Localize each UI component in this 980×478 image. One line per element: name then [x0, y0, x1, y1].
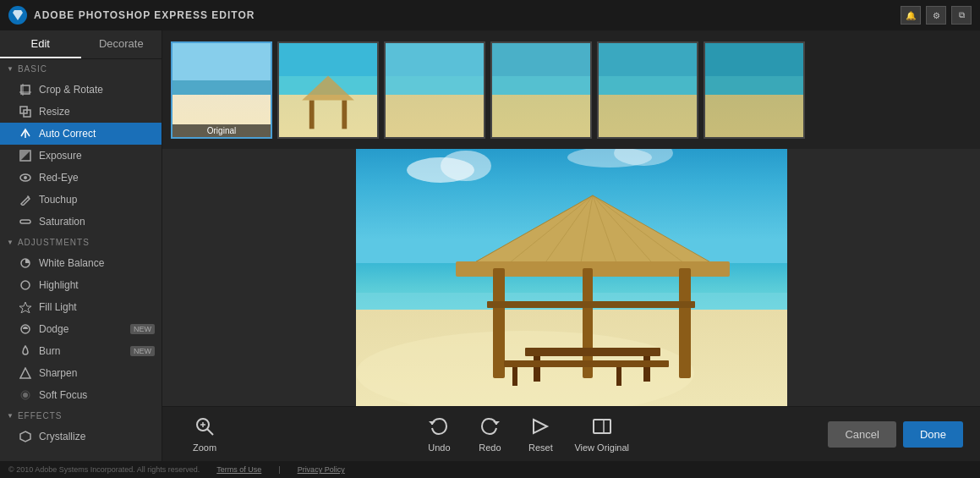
svg-point-16 — [23, 393, 28, 398]
thumbnail-6[interactable] — [704, 41, 805, 139]
saturation-icon — [19, 215, 32, 228]
settings-button[interactable]: ⚙ — [926, 6, 946, 25]
fill-light-icon — [19, 300, 32, 314]
dodge-icon — [19, 322, 32, 336]
svg-rect-21 — [342, 100, 347, 129]
svg-rect-60 — [594, 420, 610, 433]
reset-icon — [530, 416, 550, 440]
burn-badge: NEW — [130, 346, 155, 356]
zoom-button[interactable]: Zoom — [179, 412, 230, 457]
redo-button[interactable]: Redo — [464, 412, 515, 457]
svg-rect-10 — [20, 220, 30, 223]
sidebar-item-burn[interactable]: Burn NEW — [0, 340, 162, 362]
sidebar-tabs: Edit Decorate — [0, 30, 162, 59]
fill-light-label: Fill Light — [39, 301, 77, 313]
section-effects-arrow: ▼ — [7, 412, 14, 420]
burn-icon — [19, 344, 32, 358]
sidebar-item-red-eye[interactable]: Red-Eye — [0, 167, 162, 189]
app-title: ADOBE PHOTOSHOP EXPRESS EDITOR — [34, 9, 255, 21]
exposure-icon — [19, 149, 32, 162]
svg-point-12 — [21, 281, 30, 289]
sidebar-item-auto-correct[interactable]: Auto Correct — [0, 123, 162, 145]
dodge-label: Dodge — [39, 323, 68, 335]
svg-marker-56 — [429, 421, 435, 425]
soft-focus-icon — [19, 388, 32, 402]
red-eye-label: Red-Eye — [39, 172, 79, 184]
sidebar-item-sharpen[interactable]: Sharpen — [0, 362, 162, 384]
svg-point-24 — [441, 151, 491, 181]
minimize-button[interactable]: 🔔 — [901, 6, 921, 25]
redo-label: Redo — [479, 442, 501, 453]
cancel-button[interactable]: Cancel — [828, 421, 895, 448]
done-button[interactable]: Done — [903, 421, 963, 448]
view-original-button[interactable]: View Original — [566, 412, 638, 457]
sidebar-item-soft-focus[interactable]: Soft Focus — [0, 384, 162, 406]
svg-rect-51 — [616, 367, 621, 386]
svg-marker-13 — [19, 302, 31, 313]
reset-button[interactable]: Reset — [515, 412, 566, 457]
sidebar-item-exposure[interactable]: Exposure — [0, 145, 162, 167]
title-bar: ADOBE PHOTOSHOP EXPRESS EDITOR 🔔 ⚙ ⧉ — [0, 0, 980, 30]
svg-rect-50 — [512, 367, 517, 386]
svg-marker-15 — [20, 368, 30, 378]
crystallize-label: Crystallize — [39, 431, 85, 442]
red-eye-icon — [19, 171, 32, 184]
svg-rect-20 — [309, 100, 315, 129]
section-basic-arrow: ▼ — [7, 65, 14, 73]
thumbnail-4[interactable] — [490, 41, 592, 139]
thumbnail-original-label: Original — [172, 124, 271, 137]
sidebar-item-fill-light[interactable]: Fill Light — [0, 296, 162, 318]
terms-link[interactable]: Terms of Use — [216, 465, 261, 474]
thumbnail-5[interactable] — [597, 41, 698, 139]
section-adjustments[interactable]: ▼ ADJUSTMENTS — [0, 233, 162, 252]
tab-decorate[interactable]: Decorate — [81, 30, 162, 58]
sidebar-item-dodge[interactable]: Dodge NEW — [0, 318, 162, 340]
app-logo — [8, 6, 27, 25]
resize-label: Resize — [39, 106, 70, 118]
tab-edit[interactable]: Edit — [0, 30, 81, 58]
undo-button[interactable]: Undo — [413, 412, 464, 457]
thumbnail-3[interactable] — [384, 41, 485, 139]
svg-marker-18 — [20, 431, 30, 442]
sidebar-item-saturation[interactable]: Saturation — [0, 211, 162, 233]
resize-icon — [19, 105, 32, 118]
sidebar-item-crystallize[interactable]: Crystallize — [0, 426, 162, 448]
window-mode-button[interactable]: ⧉ — [951, 6, 972, 25]
sidebar-item-touchup[interactable]: Touchup — [0, 189, 162, 211]
saturation-label: Saturation — [39, 216, 85, 228]
svg-marker-57 — [493, 421, 500, 425]
svg-rect-42 — [679, 268, 691, 378]
exposure-label: Exposure — [39, 150, 82, 162]
svg-marker-7 — [20, 151, 30, 161]
sharpen-icon — [19, 366, 32, 380]
white-balance-icon — [19, 256, 32, 270]
burn-label: Burn — [39, 345, 60, 357]
undo-icon — [429, 416, 449, 440]
content-area: Original — [162, 30, 980, 461]
bottom-toolbar: Zoom Undo Redo Reset — [162, 406, 980, 461]
copyright-text: © 2010 Adobe Systems Incorporated. All r… — [8, 465, 200, 474]
sidebar-item-resize[interactable]: Resize — [0, 101, 162, 123]
white-balance-label: White Balance — [39, 257, 104, 269]
touchup-icon — [19, 193, 32, 206]
thumbnail-2[interactable] — [277, 41, 379, 139]
thumbnail-original[interactable]: Original — [171, 41, 272, 139]
view-original-icon — [592, 416, 612, 440]
crop-rotate-label: Crop & Rotate — [39, 84, 103, 96]
section-adjustments-label: ADJUSTMENTS — [18, 238, 90, 247]
canvas-area — [162, 149, 980, 406]
svg-rect-41 — [493, 268, 505, 378]
sidebar-item-white-balance[interactable]: White Balance — [0, 252, 162, 274]
section-effects[interactable]: ▼ EFFECTS — [0, 406, 162, 426]
sidebar-item-crop-rotate[interactable]: Crop & Rotate — [0, 79, 162, 101]
privacy-link[interactable]: Privacy Policy — [298, 465, 345, 474]
main-canvas — [356, 149, 787, 406]
dodge-badge: NEW — [130, 324, 155, 334]
reset-label: Reset — [528, 442, 553, 453]
crystallize-icon — [19, 430, 32, 443]
sidebar-item-highlight[interactable]: Highlight — [0, 274, 162, 296]
svg-rect-46 — [534, 356, 540, 382]
highlight-icon — [19, 278, 32, 292]
svg-line-53 — [207, 429, 213, 435]
section-basic[interactable]: ▼ BASIC — [0, 59, 162, 79]
